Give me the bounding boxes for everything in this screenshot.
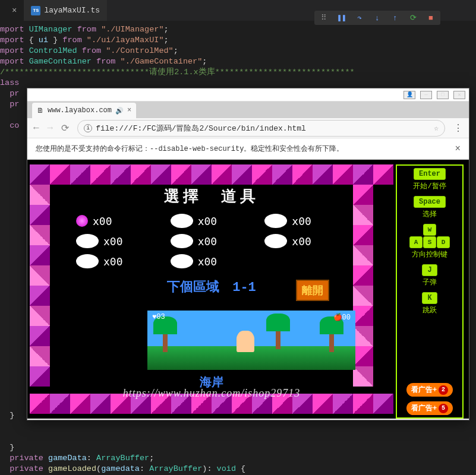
ad-button-1[interactable]: 看广告+2 bbox=[406, 383, 453, 397]
ad-text: 看广告+ bbox=[411, 385, 437, 395]
enter-key[interactable]: Enter bbox=[414, 168, 446, 180]
s-key[interactable]: S bbox=[423, 236, 436, 248]
item-count: x00 bbox=[198, 215, 217, 227]
item-grid: x00 x00 x00 x00 x00 x00 x00 x00 bbox=[70, 207, 353, 276]
item-slot[interactable]: x00 bbox=[76, 214, 159, 228]
palm-tree bbox=[266, 314, 290, 349]
item-slot[interactable]: x00 bbox=[264, 214, 347, 228]
user-icon[interactable]: 👤 bbox=[404, 91, 415, 99]
wasd-label: 方向控制键 bbox=[412, 249, 447, 259]
warning-close-icon[interactable]: × bbox=[455, 144, 461, 154]
editor-tab-file[interactable]: TS layaMaxUI.ts bbox=[24, 0, 107, 21]
browser-tab-title: www.layabox.com bbox=[48, 106, 112, 115]
address-bar[interactable]: i file:///F:/FC源码/冒险岛2/Source/bin/index.… bbox=[77, 120, 445, 137]
debug-step-out-icon[interactable]: ↑ bbox=[390, 13, 400, 23]
control-panel: Enter 开始/暂停 Space 选择 W A S D 方向控制键 J 子弹 … bbox=[396, 164, 464, 419]
item-count: x00 bbox=[198, 235, 217, 248]
watermark-text: https://www.huzhan.com/ishop29713 bbox=[30, 387, 393, 400]
item-slot[interactable]: x00 bbox=[76, 234, 159, 248]
ad-button-2[interactable]: 看广告+5 bbox=[406, 401, 453, 415]
palm-tree bbox=[153, 316, 177, 352]
wasd-keys: W A S D bbox=[409, 224, 450, 248]
menu-button[interactable]: ⋮ bbox=[453, 122, 463, 134]
debug-toolbar: ⠿ ❚❚ ↷ ↓ ↑ ⟳ ■ bbox=[314, 11, 440, 25]
game-content: 選擇 道具 x00 x00 x00 x00 x00 x00 x00 x00 離開… bbox=[70, 185, 353, 394]
k-key[interactable]: K bbox=[422, 292, 437, 304]
item-count: x00 bbox=[198, 255, 217, 268]
item-icon bbox=[264, 214, 287, 228]
close-icon[interactable]: × bbox=[12, 6, 17, 15]
ad-text: 看广告+ bbox=[411, 403, 437, 413]
item-slot[interactable]: x00 bbox=[171, 214, 253, 228]
item-slot[interactable]: x00 bbox=[264, 234, 347, 248]
browser-tab-strip: 🗎 www.layabox.com 🔊 × bbox=[27, 102, 469, 118]
address-bar-row: ← → ⟳ i file:///F:/FC源码/冒险岛2/Source/bin/… bbox=[27, 118, 469, 138]
debug-restart-icon[interactable]: ⟳ bbox=[408, 13, 418, 23]
bookmark-icon[interactable]: ☆ bbox=[434, 124, 439, 133]
browser-window: 👤 — □ ✕ 🗎 www.layabox.com 🔊 × ← → ⟳ i fi… bbox=[27, 88, 469, 420]
item-icon bbox=[76, 254, 99, 268]
player-character bbox=[237, 331, 254, 352]
item-count: x00 bbox=[103, 235, 123, 248]
item-count: x00 bbox=[292, 215, 311, 227]
item-icon bbox=[171, 214, 193, 228]
item-count: x00 bbox=[93, 215, 112, 227]
palm-tree bbox=[320, 316, 343, 352]
debug-stop-icon[interactable]: ■ bbox=[426, 13, 436, 23]
url-text: file:///F:/FC源码/冒险岛2/Source/bin/index.ht… bbox=[96, 123, 306, 134]
space-label: 选择 bbox=[423, 209, 437, 219]
d-key[interactable]: D bbox=[437, 236, 450, 248]
space-key[interactable]: Space bbox=[414, 196, 446, 208]
window-titlebar[interactable]: 👤 — □ ✕ bbox=[27, 88, 469, 102]
game-viewport: 選擇 道具 x00 x00 x00 x00 x00 x00 x00 x00 離開… bbox=[27, 160, 469, 419]
item-slot[interactable]: x00 bbox=[76, 254, 159, 268]
item-count: x00 bbox=[292, 235, 311, 248]
debug-step-into-icon[interactable]: ↓ bbox=[373, 13, 382, 23]
game-screen[interactable]: 選擇 道具 x00 x00 x00 x00 x00 x00 x00 x00 離開… bbox=[30, 164, 393, 414]
browser-tab[interactable]: 🗎 www.layabox.com 🔊 × bbox=[32, 103, 136, 118]
reload-button[interactable]: ⟳ bbox=[61, 122, 69, 134]
exit-button[interactable]: 離開 bbox=[296, 280, 329, 301]
w-key[interactable]: W bbox=[423, 224, 436, 236]
item-icon bbox=[171, 254, 193, 268]
close-button[interactable]: ✕ bbox=[453, 91, 465, 99]
page-icon: 🗎 bbox=[37, 106, 44, 115]
item-icon bbox=[264, 234, 287, 248]
tab-close-icon[interactable]: × bbox=[127, 106, 131, 115]
j-key[interactable]: J bbox=[422, 264, 437, 276]
warning-text: 您使用的是不受支持的命令行标记：--disable-web-security。稳… bbox=[36, 144, 343, 154]
enter-label: 开始/暂停 bbox=[413, 181, 446, 191]
a-key[interactable]: A bbox=[409, 236, 423, 248]
info-icon[interactable]: i bbox=[84, 124, 92, 132]
tab-label: layaMaxUI.ts bbox=[44, 6, 100, 15]
debug-grip-icon[interactable]: ⠿ bbox=[319, 13, 329, 23]
forward-button[interactable]: → bbox=[48, 123, 53, 134]
item-icon bbox=[76, 234, 99, 248]
debug-step-over-icon[interactable]: ↷ bbox=[355, 13, 364, 23]
k-label: 跳跃 bbox=[423, 305, 437, 315]
j-label: 子弹 bbox=[423, 277, 437, 287]
hud-lives-count: 03 bbox=[156, 313, 165, 321]
item-icon bbox=[76, 215, 88, 227]
warning-bar: 您使用的是不受支持的命令行标记：--disable-web-security。稳… bbox=[27, 138, 469, 160]
editor-tab-bar: × TS layaMaxUI.ts ⠿ ❚❚ ↷ ↓ ↑ ⟳ ■ bbox=[0, 0, 476, 21]
maximize-button[interactable]: □ bbox=[437, 91, 449, 99]
hud-fruit: 🍎 bbox=[333, 314, 342, 322]
ts-icon: TS bbox=[31, 6, 40, 15]
hud-fruit-count: 00 bbox=[342, 314, 351, 322]
back-button[interactable]: ← bbox=[33, 123, 39, 134]
audio-icon[interactable]: 🔊 bbox=[115, 107, 124, 115]
ad-badge: 2 bbox=[439, 385, 448, 395]
item-slot[interactable]: x00 bbox=[171, 234, 253, 248]
editor-tab-empty[interactable]: × bbox=[0, 0, 24, 21]
minimize-button[interactable]: — bbox=[420, 91, 432, 99]
debug-pause-icon[interactable]: ❚❚ bbox=[337, 13, 346, 23]
level-preview: ♥03 🍎00 bbox=[147, 311, 355, 370]
game-title: 選擇 道具 bbox=[70, 186, 353, 207]
ad-badge: 5 bbox=[439, 404, 448, 413]
item-icon bbox=[171, 234, 193, 248]
item-count: x00 bbox=[103, 255, 123, 268]
item-slot[interactable]: x00 bbox=[171, 254, 253, 268]
